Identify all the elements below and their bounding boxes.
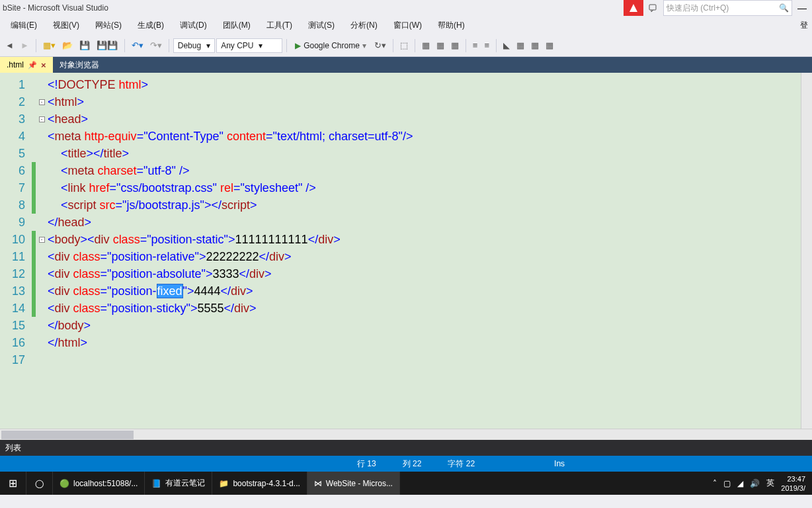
toolbar-icon[interactable]: ▦: [434, 38, 447, 54]
quick-launch-search[interactable]: 🔍: [663, 0, 792, 16]
save-button[interactable]: 💾: [77, 38, 93, 54]
volume-icon[interactable]: 🔊: [750, 479, 760, 488]
status-ins: Ins: [554, 459, 565, 468]
menu-item[interactable]: 视图(V): [45, 20, 87, 31]
taskbar-item[interactable]: 📘有道云笔记: [145, 472, 212, 495]
start-button[interactable]: ⊞: [0, 472, 26, 495]
signin-label[interactable]: 登: [800, 20, 812, 31]
system-tray[interactable]: ˄ ▢ ◢ 🔊 英 23:47 2019/3/: [706, 472, 812, 495]
notification-button[interactable]: [624, 0, 643, 16]
menu-item[interactable]: 工具(T): [259, 20, 300, 31]
clock[interactable]: 23:47 2019/3/: [781, 474, 805, 493]
app-icon: 🟢: [60, 479, 69, 488]
menu-item[interactable]: 窗口(W): [386, 20, 430, 31]
line-numbers: 1234567891011121314151617: [0, 73, 32, 440]
vertical-scrollbar[interactable]: [801, 73, 812, 440]
ime-indicator[interactable]: 英: [766, 478, 774, 489]
status-col: 列 22: [403, 458, 422, 470]
taskbar-item[interactable]: 🟢localhost:51088/...: [53, 472, 145, 495]
code-editor[interactable]: 1234567891011121314151617 --- <!DOCTYPE …: [0, 73, 812, 440]
separator: [496, 39, 497, 52]
save-all-button[interactable]: 💾💾: [94, 38, 120, 54]
minimize-button[interactable]: —: [792, 0, 812, 16]
toolbar-icon[interactable]: ▦: [419, 38, 432, 54]
menu-item[interactable]: 调试(D): [172, 20, 215, 31]
separator: [393, 39, 393, 52]
menu-item[interactable]: 团队(M): [215, 20, 259, 31]
open-button[interactable]: 📂: [60, 38, 75, 54]
toolbar-icon[interactable]: ⬚: [397, 38, 411, 54]
fold-column[interactable]: ---: [36, 73, 48, 440]
taskbar-item[interactable]: 📁bootstrap-4.3.1-d...: [212, 472, 307, 495]
toolbar-icon[interactable]: ▦: [543, 38, 556, 54]
forward-button[interactable]: ►: [18, 38, 32, 54]
close-icon[interactable]: ×: [41, 60, 46, 70]
menu-item[interactable]: 生成(B): [130, 20, 172, 31]
windows-taskbar: ⊞ ◯ 🟢localhost:51088/...📘有道云笔记📁bootstrap…: [0, 472, 812, 495]
platform-dropdown[interactable]: Any CPU▾: [216, 38, 282, 53]
horizontal-scrollbar[interactable]: [0, 429, 812, 440]
redo-button[interactable]: ↷▾: [147, 38, 165, 54]
separator: [36, 39, 36, 52]
menu-item[interactable]: 分析(N): [343, 20, 386, 31]
tray-up-icon[interactable]: ˄: [713, 479, 717, 488]
error-list-panel[interactable]: 列表: [0, 440, 812, 456]
scroll-thumb[interactable]: [1, 431, 134, 439]
app-icon: 📁: [219, 479, 229, 488]
run-button[interactable]: ▶Google Chrome▾: [291, 38, 370, 54]
taskbar-item[interactable]: ⋈WebSite - Micros...: [307, 472, 400, 495]
battery-icon[interactable]: ▢: [723, 479, 731, 488]
toolbar: ◄ ► ▦▾ 📂 💾 💾💾 ↶▾ ↷▾ Debug▾ Any CPU▾ ▶Goo…: [0, 34, 812, 57]
window-title: bSite - Microsoft Visual Studio: [3, 3, 108, 13]
separator: [286, 39, 287, 52]
separator: [169, 39, 169, 52]
panel-title: 列表: [5, 443, 21, 454]
code-content[interactable]: <!DOCTYPE html><html><head><meta http-eq…: [48, 73, 812, 440]
menu-item[interactable]: 测试(S): [300, 20, 343, 31]
new-item-button[interactable]: ▦▾: [40, 38, 58, 54]
pin-icon[interactable]: 📌: [28, 61, 37, 69]
wifi-icon[interactable]: ◢: [737, 479, 743, 488]
menu-bar: 编辑(E)视图(V)网站(S)生成(B)调试(D)团队(M)工具(T)测试(S)…: [0, 16, 812, 34]
toolbar-icon[interactable]: ▦: [514, 38, 527, 54]
separator: [124, 39, 125, 52]
toolbar-icon[interactable]: ≡: [470, 38, 481, 54]
refresh-button[interactable]: ↻▾: [372, 38, 389, 54]
toolbar-icon[interactable]: ≡: [481, 38, 492, 54]
undo-button[interactable]: ↶▾: [129, 38, 146, 54]
back-button[interactable]: ◄: [3, 38, 17, 54]
editor-tab[interactable]: .html📌×: [0, 57, 53, 73]
title-bar: bSite - Microsoft Visual Studio 🔍 —: [0, 0, 812, 16]
separator: [415, 39, 415, 52]
menu-item[interactable]: 帮助(H): [430, 20, 473, 31]
app-icon: 📘: [151, 479, 161, 488]
tab-strip: .html📌×对象浏览器: [0, 57, 812, 73]
search-icon: 🔍: [779, 3, 789, 13]
status-bar: 行 13 列 22 字符 22 Ins: [0, 456, 812, 472]
search-input[interactable]: [667, 3, 776, 13]
app-icon: ⋈: [314, 479, 322, 488]
editor-tab[interactable]: 对象浏览器: [53, 57, 106, 73]
status-line: 行 13: [357, 458, 376, 470]
menu-item[interactable]: 编辑(E): [3, 20, 45, 31]
config-dropdown[interactable]: Debug▾: [173, 38, 215, 53]
cortana-button[interactable]: ◯: [26, 472, 53, 495]
svg-rect-0: [649, 5, 656, 10]
toolbar-icon[interactable]: ▦: [528, 38, 542, 54]
feedback-button[interactable]: [643, 0, 663, 16]
bookmark-icon[interactable]: ◣: [501, 38, 512, 54]
separator: [466, 39, 466, 52]
status-char: 字符 22: [448, 458, 475, 470]
menu-item[interactable]: 网站(S): [87, 20, 130, 31]
toolbar-icon[interactable]: ▦: [448, 38, 462, 54]
